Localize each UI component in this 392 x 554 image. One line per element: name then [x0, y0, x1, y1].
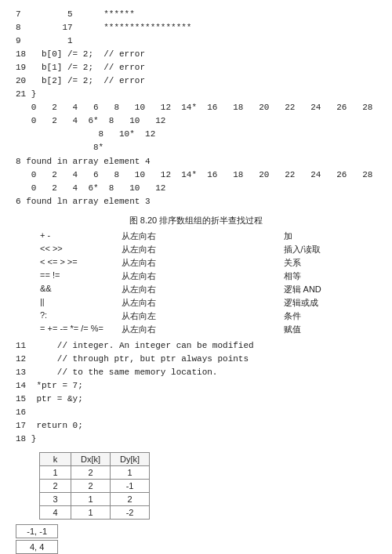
table-44a: 4, 4 [16, 540, 58, 554]
cell-44a: 4, 4 [16, 541, 58, 554]
op-symbol: && [34, 283, 115, 296]
op-direction: 从左向右 [115, 243, 278, 256]
code-lines: 7 5 ****** 8 17 ***************** 9 1 18… [16, 8, 376, 208]
operator-row: == != 从左向右 相等 [34, 270, 358, 283]
operator-row: << >> 从左向右 插入/读取 [34, 243, 358, 256]
table-row: 312 [40, 493, 150, 506]
op-direction: 从左向右 [115, 230, 278, 243]
operator-table: + - 从左向右 加 << >> 从左向右 插入/读取 < <= > >= 从左… [34, 230, 358, 336]
data-table-section: k Dx[k] Dy[k] 12122-131241-2 [16, 452, 376, 520]
table-cell: -1 [111, 480, 150, 493]
op-desc: 逻辑 AND [278, 283, 359, 296]
operator-row: && 从左向右 逻辑 AND [34, 283, 358, 296]
table-cell: 3 [40, 493, 71, 506]
operator-row: + - 从左向右 加 [34, 230, 358, 243]
bottom-tables-section: -1, -1 4, 4 4, 4 2, 3 1 2 2 1 [16, 524, 376, 554]
op-desc: 加 [278, 230, 359, 243]
operator-row: < <= > >= 从左向右 关系 [34, 256, 358, 270]
table-cell: -2 [111, 506, 150, 520]
op-direction: 从左向右 [115, 270, 278, 283]
table-row: 22-1 [40, 480, 150, 493]
main-data-table: k Dx[k] Dy[k] 12122-131241-2 [39, 452, 150, 520]
table-cell: 2 [111, 493, 150, 506]
neg-cell: -1, -1 [16, 525, 58, 538]
table-cell: 1 [71, 493, 111, 506]
col-dyk: Dy[k] [111, 453, 150, 466]
neg-table: -1, -1 [16, 524, 58, 538]
table-cell: 1 [71, 506, 111, 520]
op-direction: 从右向左 [115, 310, 278, 323]
table-row: 121 [40, 466, 150, 480]
col-k: k [40, 453, 71, 466]
table-cell: 2 [71, 466, 111, 480]
table-cell: 4 [40, 506, 71, 520]
op-symbol: == != [34, 270, 115, 283]
table-cell: 1 [40, 466, 71, 480]
col-dxk: Dx[k] [71, 453, 111, 466]
table-row: 41-2 [40, 506, 150, 520]
op-symbol: = += -= *= /= %= [34, 323, 115, 336]
op-direction: 从左向右 [115, 283, 278, 296]
operator-row: ?: 从右向左 条件 [34, 310, 358, 323]
op-symbol: ?: [34, 310, 115, 323]
op-symbol: || [34, 296, 115, 310]
op-desc: 相等 [278, 270, 359, 283]
op-desc: 逻辑或成 [278, 296, 359, 310]
code-bottom-block: 11 // integer. An integer can be modifie… [16, 339, 376, 446]
op-direction: 从左向右 [115, 256, 278, 270]
op-symbol: < <= > >= [34, 256, 115, 270]
code-top-block: 7 5 ****** 8 17 ***************** 9 1 18… [16, 8, 376, 208]
table-cell: 2 [71, 480, 111, 493]
op-symbol: << >> [34, 243, 115, 256]
op-direction: 从左向右 [115, 323, 278, 336]
figure-title: 图 8.20 排序数组组的折半查找过程 [16, 215, 376, 226]
op-desc: 关系 [278, 256, 359, 270]
operator-row: || 从左向右 逻辑或成 [34, 296, 358, 310]
table-cell: 1 [111, 466, 150, 480]
op-desc: 赋值 [278, 323, 359, 336]
op-desc: 插入/读取 [278, 243, 359, 256]
table-cell: 2 [40, 480, 71, 493]
operator-row: = += -= *= /= %= 从左向右 赋值 [34, 323, 358, 336]
op-direction: 从左向右 [115, 296, 278, 310]
op-symbol: + - [34, 230, 115, 243]
op-desc: 条件 [278, 310, 359, 323]
